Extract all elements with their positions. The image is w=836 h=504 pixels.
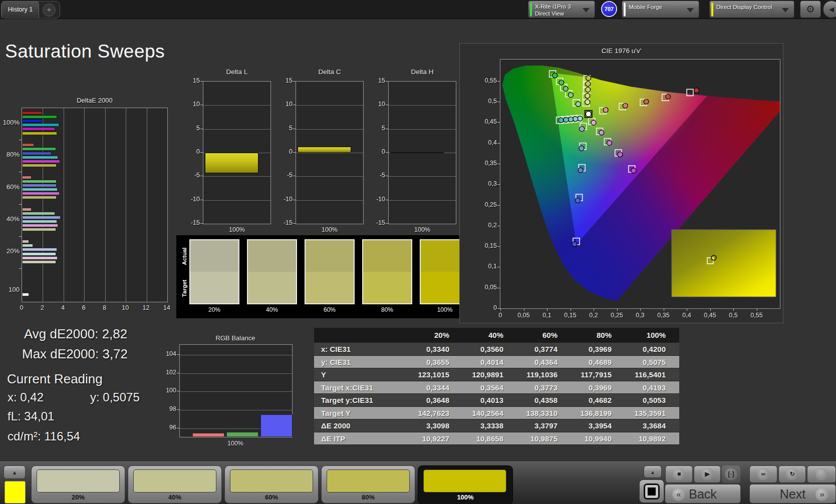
deltae-bar-red (22, 143, 34, 147)
table-header-corner (314, 328, 408, 342)
tab-history-1[interactable]: History 1 (2, 1, 39, 18)
x-axis-tick-label: 0,2 (589, 312, 598, 319)
x-axis-tick (757, 308, 757, 311)
display-control-dropdown[interactable]: Direct Display Control (709, 1, 794, 18)
x-axis-tick-label: 10 (122, 304, 129, 311)
gear-icon: ⚙ (806, 4, 815, 15)
meter-status-stripe (530, 3, 532, 17)
x-axis-tick-label: 0,05 (517, 312, 529, 319)
back-button-label: Back (689, 487, 717, 501)
settings-button[interactable]: ⚙ (800, 1, 821, 18)
y-axis-tick (177, 391, 179, 391)
pattern-button-80%[interactable]: 80% (321, 465, 415, 503)
pattern-up-button[interactable]: ▲ (4, 465, 26, 479)
loop-infinite-button[interactable]: ∞ (749, 465, 777, 483)
chevron-down-icon (583, 8, 590, 13)
measured-marker-yellow (585, 93, 590, 98)
source-dropdown[interactable]: Mobile Forge (622, 1, 699, 18)
measured-marker-blue (579, 146, 584, 151)
delta_c-chart (296, 81, 364, 224)
y-axis-tick-label: 10 (183, 101, 200, 108)
table-header-row: 20%40%60%80%100% (314, 328, 679, 343)
pattern-window-button[interactable] (639, 479, 664, 503)
pattern-button-60%[interactable]: 60% (224, 465, 319, 503)
pattern-button-20%[interactable]: 20% (31, 465, 125, 503)
x-axis-tick (571, 308, 571, 311)
x-axis-tick-label: 0,45 (704, 312, 716, 319)
table-row: Target x:CIE310,33440,35640,37730,39690,… (314, 381, 679, 394)
y-axis-tick-label: -15 (368, 219, 385, 226)
y-axis-tick (293, 152, 296, 153)
table-row: Target Y142,7623140,2564138,3310136,8199… (314, 407, 679, 420)
table-header-cell: 100% (625, 328, 679, 342)
y-axis-tick-label: 10 (275, 101, 293, 108)
y-axis-tick-label: 5 (275, 125, 293, 132)
pattern-button-100%[interactable]: 100% (418, 465, 513, 504)
row-value: 0,4682 (571, 394, 625, 406)
play-button[interactable]: ▶ (694, 465, 721, 483)
add-tab-button[interactable]: + (43, 4, 56, 17)
row-value: 117,7915 (571, 368, 625, 381)
y-axis-tick-label: 0,35 (470, 160, 497, 167)
y-axis-tick (386, 129, 388, 129)
row-value: 0,4013 (462, 394, 516, 406)
next-button-label: Next (780, 487, 805, 501)
loop-infinite-icon: ∞ (757, 468, 770, 480)
y-axis-tick-label: 0,3 (470, 180, 497, 187)
next-button[interactable]: Next » (749, 484, 836, 503)
window-frame-icon (644, 483, 660, 499)
y-axis-tick-label: 104 (159, 350, 176, 357)
measured-marker-magenta (618, 152, 623, 157)
pattern-color (230, 469, 313, 492)
y-axis-tick-label: 15 (275, 77, 293, 84)
row-label: y: CIE31 (314, 356, 408, 368)
y-axis-tick-label: 5 (183, 125, 200, 132)
current-pattern-swatch[interactable] (5, 481, 26, 503)
measured-marker-yellow (586, 81, 591, 86)
y-axis-tick (497, 267, 500, 267)
measured-marker-green (559, 80, 564, 85)
y-axis-tick (200, 223, 203, 224)
y-axis-tick-label: 0,55 (470, 77, 497, 84)
measured-marker-magenta (607, 141, 612, 146)
current-cdm2-value: cd/m²: 116,54 (8, 429, 80, 443)
y-axis-tick (497, 246, 500, 247)
refresh-button[interactable]: ↻ (778, 465, 806, 483)
deltae2000-chart (22, 108, 168, 302)
pattern-color (37, 469, 120, 492)
gridline (180, 373, 292, 374)
target-color (190, 272, 238, 303)
deltae-bar-green (22, 212, 55, 215)
stop-button[interactable]: ■ (665, 465, 693, 483)
y-axis-tick-label: 0,45 (470, 118, 497, 125)
row-value: 10,9892 (625, 432, 679, 445)
row-value: 0,4014 (462, 356, 516, 368)
measured-marker-cyan (559, 118, 564, 123)
y-axis-tick (497, 288, 500, 288)
row-label: Target x:CIE31 (314, 381, 408, 394)
group-label: 40% (0, 215, 20, 223)
x-axis-tick-label: 0,25 (611, 312, 623, 319)
meter-reading-badge[interactable]: 707 (601, 1, 617, 17)
back-button[interactable]: « Back (665, 484, 741, 503)
deltae-bar-green (22, 115, 57, 119)
x-axis-tick-label: 12 (143, 304, 150, 311)
delta-chart-title: Delta H (378, 68, 466, 76)
step-button[interactable]: [·] (722, 465, 740, 483)
collapse-panel-button[interactable]: ◀ (823, 1, 836, 18)
step-icon: [·] (725, 468, 737, 480)
max-de2000-value: Max dE2000: 3,72 (22, 346, 128, 362)
blank-button[interactable] (807, 465, 836, 483)
delta_h-chart (388, 81, 456, 224)
pattern-button-40%[interactable]: 40% (128, 465, 222, 503)
x-axis-category-label: 100% (378, 226, 466, 233)
x-axis-tick (594, 308, 594, 311)
current-x-value: x: 0,42 (8, 390, 44, 404)
row-value: 0,3648 (408, 394, 462, 406)
pattern-label: 20% (32, 493, 125, 501)
window-size-up-button[interactable]: ▲ (644, 465, 662, 478)
group-label: 80% (0, 151, 20, 158)
row-value: 0,4358 (516, 394, 571, 406)
meter-dropdown[interactable]: X-Rite i1Pro 3 Direct View (528, 1, 595, 18)
y-axis-tick (200, 152, 203, 153)
